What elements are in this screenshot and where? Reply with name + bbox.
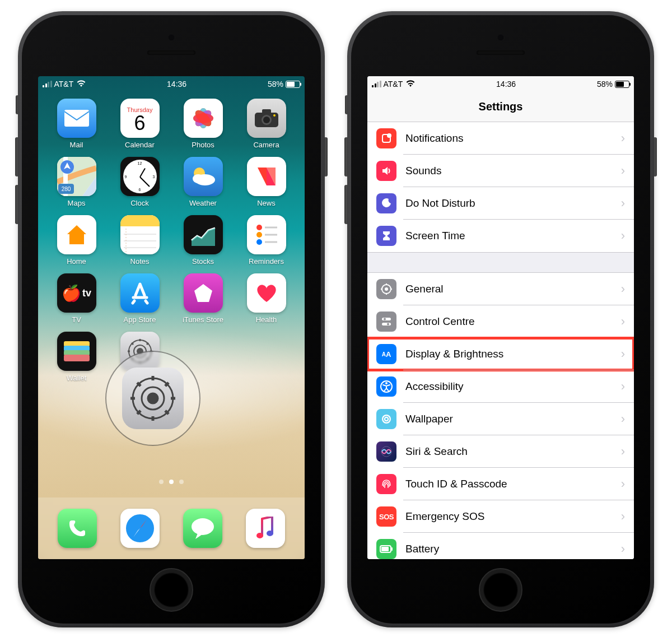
row-battery[interactable]: Battery › — [367, 533, 634, 559]
app-camera[interactable]: Camera — [235, 99, 298, 149]
row-label: Notifications — [405, 132, 621, 145]
status-bar: AT&T 14:36 58% — [367, 76, 634, 92]
row-display-brightness[interactable]: AA Display & Brightness › — [367, 338, 634, 370]
chevron-right-icon: › — [621, 229, 634, 243]
svg-point-29 — [256, 239, 262, 245]
chevron-right-icon: › — [621, 444, 634, 459]
row-label: Battery — [405, 543, 621, 555]
phone-right-settings: AT&T 14:36 58% Settings — [347, 11, 654, 627]
app-itunes[interactable]: iTunes Store — [171, 273, 235, 324]
row-accessibility[interactable]: Accessibility › — [367, 370, 634, 403]
earpiece — [147, 50, 195, 55]
section-1: Notifications › Sounds › D — [367, 122, 634, 253]
app-label: Mail — [70, 141, 83, 149]
dock-safari[interactable] — [120, 509, 160, 548]
row-screentime[interactable]: Screen Time › — [367, 220, 634, 252]
app-reminders[interactable]: Reminders — [235, 215, 298, 266]
row-control[interactable]: Control Centre › — [367, 305, 634, 338]
row-sos[interactable]: SOS Emergency SOS › — [367, 500, 634, 533]
svg-point-60 — [256, 533, 263, 538]
app-photos[interactable]: Photos — [171, 99, 235, 149]
app-label: News — [257, 199, 276, 207]
signal-icon — [372, 81, 381, 87]
row-label: Sounds — [405, 165, 621, 177]
battery-icon — [615, 81, 629, 88]
row-siri[interactable]: Siri & Search › — [367, 435, 634, 468]
chevron-right-icon: › — [621, 509, 634, 524]
dock — [38, 497, 305, 559]
row-sounds[interactable]: Sounds › — [367, 155, 634, 187]
app-clock[interactable]: 12 6 9 3 Clock — [108, 157, 171, 207]
app-label: Home — [67, 257, 86, 266]
app-appstore[interactable]: App Store — [108, 273, 171, 324]
row-wallpaper[interactable]: Wallpaper › — [367, 403, 634, 435]
app-label: Notes — [130, 257, 150, 266]
row-label: Display & Brightness — [405, 348, 621, 360]
svg-rect-81 — [391, 547, 393, 551]
status-time: 14:36 — [496, 80, 516, 89]
touchid-icon — [376, 474, 396, 494]
app-health[interactable]: Health — [235, 273, 298, 324]
status-time: 14:36 — [167, 80, 186, 89]
settings-app: AT&T 14:36 58% Settings — [367, 76, 634, 559]
app-label: Clock — [130, 199, 149, 207]
dock-messages[interactable] — [183, 509, 222, 548]
front-camera — [167, 34, 175, 41]
chevron-right-icon: › — [621, 412, 634, 426]
chevron-right-icon: › — [621, 282, 634, 296]
row-touchid[interactable]: Touch ID & Passcode › — [367, 468, 634, 500]
app-mail[interactable]: Mail — [45, 99, 108, 149]
svg-line-42 — [147, 343, 148, 345]
row-label: Screen Time — [405, 230, 621, 242]
app-news[interactable]: News — [235, 157, 298, 207]
app-home[interactable]: Home — [45, 215, 108, 266]
app-label: Weather — [189, 199, 217, 207]
screen-settings: AT&T 14:36 58% Settings — [367, 76, 634, 559]
app-wallet[interactable]: Wallet — [45, 332, 108, 382]
svg-rect-0 — [64, 110, 89, 127]
svg-point-61 — [267, 531, 273, 536]
svg-rect-70 — [382, 318, 391, 320]
accessibility-icon — [376, 376, 396, 397]
home-button[interactable] — [479, 568, 522, 612]
app-weather[interactable]: Weather — [171, 157, 235, 207]
row-dnd[interactable]: Do Not Disturb › — [367, 187, 634, 220]
app-grid: Mail Thursday 6 Calendar — [45, 99, 298, 382]
dock-phone[interactable] — [58, 509, 97, 548]
row-label: Do Not Disturb — [405, 197, 621, 210]
section-2: General › Control Centre › AA Display & … — [367, 272, 634, 559]
svg-point-73 — [387, 323, 389, 326]
row-notifications[interactable]: Notifications › — [367, 122, 634, 155]
control-centre-icon — [376, 311, 396, 332]
siri-icon — [376, 441, 396, 462]
row-general[interactable]: General › — [367, 273, 634, 305]
home-button[interactable] — [150, 568, 193, 612]
app-maps[interactable]: 280 Maps — [45, 157, 108, 207]
row-label: Emergency SOS — [405, 510, 621, 523]
app-stocks[interactable]: Stocks — [171, 215, 235, 266]
svg-point-12 — [263, 117, 270, 123]
dock-music[interactable] — [246, 509, 285, 548]
svg-point-19 — [193, 174, 204, 183]
app-label: TV — [72, 315, 81, 324]
app-notes[interactable]: Notes — [108, 215, 171, 266]
app-calendar[interactable]: Thursday 6 Calendar — [108, 99, 171, 149]
settings-list[interactable]: Notifications › Sounds › D — [367, 122, 634, 559]
svg-rect-20 — [120, 215, 160, 226]
calendar-date: 6 — [134, 113, 145, 133]
status-bar: AT&T 14:36 58% — [38, 76, 305, 92]
svg-point-59 — [192, 518, 214, 535]
svg-text:280: 280 — [61, 186, 71, 192]
page-indicator[interactable] — [38, 480, 305, 484]
svg-rect-82 — [381, 547, 389, 551]
svg-line-45 — [132, 343, 133, 345]
row-label: Accessibility — [405, 380, 621, 393]
app-tv[interactable]: 🍎tv TV — [45, 273, 108, 324]
battery-pct: 58% — [597, 80, 613, 89]
wallpaper-icon — [376, 409, 396, 429]
general-icon — [376, 279, 396, 299]
chevron-right-icon: › — [621, 196, 634, 211]
app-label: Calendar — [125, 141, 155, 149]
home-screen-wallpaper: AT&T 14:36 58% Mail — [38, 76, 305, 559]
svg-point-65 — [385, 287, 388, 291]
